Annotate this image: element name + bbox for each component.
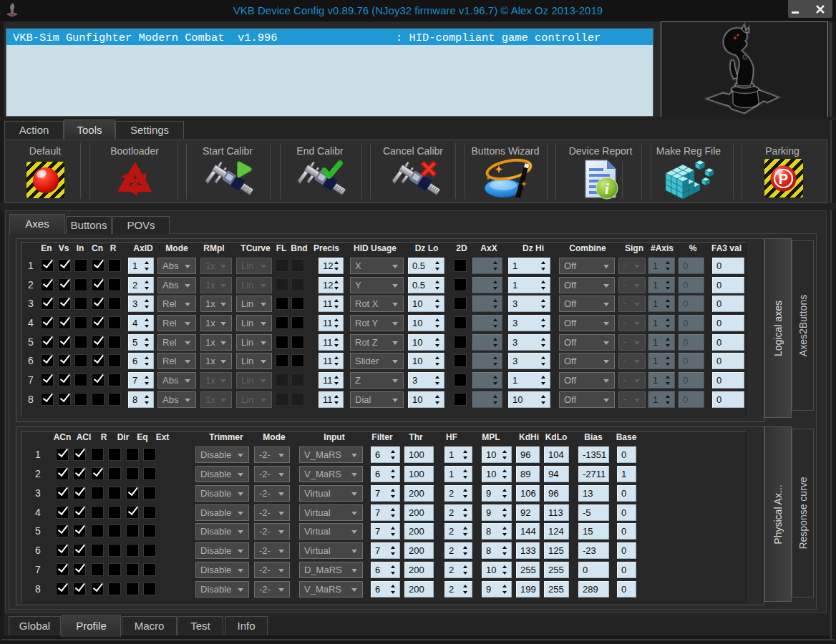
svg-text:i: i [605, 180, 609, 197]
